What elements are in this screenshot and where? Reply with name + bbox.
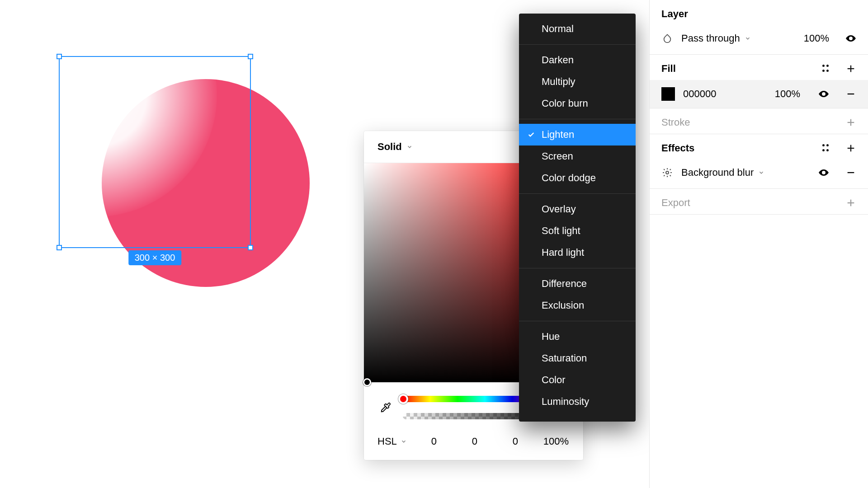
blend-mode-label: Color (542, 374, 566, 386)
lightness-value[interactable]: 0 (502, 436, 529, 447)
blend-mode-soft-light[interactable]: Soft light (519, 220, 636, 242)
stroke-section: Stroke (650, 108, 868, 134)
export-section-title: Export (661, 197, 690, 209)
add-fill-button[interactable] (845, 63, 856, 74)
selection-size-badge: 300 × 300 (128, 250, 182, 265)
blend-mode-saturation[interactable]: Saturation (519, 347, 636, 369)
add-stroke-button[interactable] (845, 117, 856, 128)
chevron-down-icon (406, 144, 413, 150)
blend-mode-label: Exclusion (542, 300, 584, 311)
blend-mode-screen[interactable]: Screen (519, 145, 636, 167)
eye-icon[interactable] (818, 89, 829, 99)
blend-mode-label: Multiply (542, 76, 576, 88)
blend-mode-label: Soft light (542, 225, 580, 237)
resize-handle-bottom-left[interactable] (57, 245, 62, 250)
sat-value[interactable]: 0 (461, 436, 488, 447)
eye-icon[interactable] (818, 167, 829, 178)
blend-mode-color-dodge[interactable]: Color dodge (519, 167, 636, 189)
color-mode-dropdown[interactable]: HSL (377, 436, 407, 447)
blend-mode-label: Darken (542, 54, 574, 66)
inspector-panel: Layer Pass through 100% Fill (649, 0, 868, 488)
svg-point-7 (666, 171, 669, 174)
fill-row: 000000 100% (650, 80, 868, 108)
color-mode-label: HSL (377, 436, 397, 447)
svg-line-15 (670, 169, 671, 170)
chevron-down-icon (401, 438, 407, 445)
fill-section-title: Fill (661, 63, 676, 75)
blend-mode-luminosity[interactable]: Luminosity (519, 391, 636, 413)
color-cursor[interactable] (363, 378, 371, 386)
blend-mode-label: Overlay (542, 203, 576, 215)
blend-mode-label: Normal (542, 23, 574, 35)
layer-section: Layer Pass through 100% (650, 0, 868, 55)
blend-mode-multiply[interactable]: Multiply (519, 71, 636, 93)
blend-mode-label: Hue (542, 331, 560, 343)
fill-type-label: Solid (377, 141, 402, 153)
resize-handle-top-left[interactable] (57, 54, 62, 59)
export-section: Export (650, 189, 868, 215)
resize-handle-top-right[interactable] (248, 54, 253, 59)
blend-mode-label: Color dodge (542, 172, 596, 184)
effects-section-title: Effects (661, 142, 694, 154)
blend-mode-label: Luminosity (542, 396, 589, 408)
hue-thumb[interactable] (398, 394, 408, 404)
svg-line-11 (670, 175, 671, 176)
blend-mode-label: Lighten (542, 129, 574, 141)
resize-handle-bottom-right[interactable] (248, 245, 253, 250)
blend-mode-color-burn[interactable]: Color burn (519, 93, 636, 114)
layer-blend-mode-value: Pass through (681, 33, 740, 44)
layer-opacity-value[interactable]: 100% (804, 33, 829, 44)
blend-mode-lighten[interactable]: Lighten (519, 124, 636, 145)
eye-icon[interactable] (845, 33, 856, 44)
alpha-value[interactable]: 100% (542, 436, 570, 447)
eyedropper-button[interactable] (380, 402, 391, 413)
blend-mode-exclusion[interactable]: Exclusion (519, 295, 636, 316)
blend-mode-color[interactable]: Color (519, 369, 636, 391)
blend-mode-darken[interactable]: Darken (519, 49, 636, 71)
effects-styles-button[interactable] (821, 143, 832, 154)
stroke-section-title: Stroke (661, 117, 690, 128)
remove-fill-button[interactable] (845, 89, 856, 99)
fill-styles-button[interactable] (821, 63, 832, 74)
four-dots-icon (822, 65, 830, 73)
blend-mode-label: Hard light (542, 247, 584, 258)
effects-section: Effects Background blur (650, 134, 868, 189)
four-dots-icon (822, 144, 830, 152)
blend-mode-label: Color burn (542, 98, 588, 109)
blend-mode-hue[interactable]: Hue (519, 326, 636, 347)
hue-value[interactable]: 0 (420, 436, 448, 447)
add-export-button[interactable] (845, 197, 856, 208)
fill-section: Fill 000000 100% (650, 55, 868, 108)
add-effect-button[interactable] (845, 143, 856, 154)
layer-section-title: Layer (661, 8, 688, 20)
effect-type-dropdown[interactable]: Background blur (681, 167, 810, 178)
droplet-icon (661, 33, 673, 43)
blend-mode-label: Saturation (542, 352, 587, 364)
check-icon (527, 131, 535, 138)
layer-blend-mode-dropdown[interactable]: Pass through (681, 33, 796, 44)
blend-mode-overlay[interactable]: Overlay (519, 198, 636, 220)
fill-opacity-value[interactable]: 100% (775, 88, 800, 100)
fill-hex-value[interactable]: 000000 (683, 88, 716, 100)
remove-effect-button[interactable] (845, 167, 856, 178)
blend-mode-difference[interactable]: Difference (519, 273, 636, 295)
blend-mode-hard-light[interactable]: Hard light (519, 242, 636, 263)
chevron-down-icon (758, 169, 764, 176)
chevron-down-icon (745, 35, 751, 42)
fill-color-swatch[interactable] (661, 87, 675, 101)
svg-line-10 (664, 169, 665, 170)
svg-line-14 (664, 175, 665, 176)
blend-mode-normal[interactable]: Normal (519, 18, 636, 40)
effect-type-value: Background blur (681, 167, 754, 178)
blend-mode-label: Screen (542, 150, 573, 162)
sun-icon[interactable] (661, 167, 673, 178)
selection-bounds[interactable]: 300 × 300 (59, 56, 251, 248)
blend-mode-menu: NormalDarkenMultiplyColor burnLightenScr… (519, 14, 636, 422)
blend-mode-label: Difference (542, 278, 587, 290)
